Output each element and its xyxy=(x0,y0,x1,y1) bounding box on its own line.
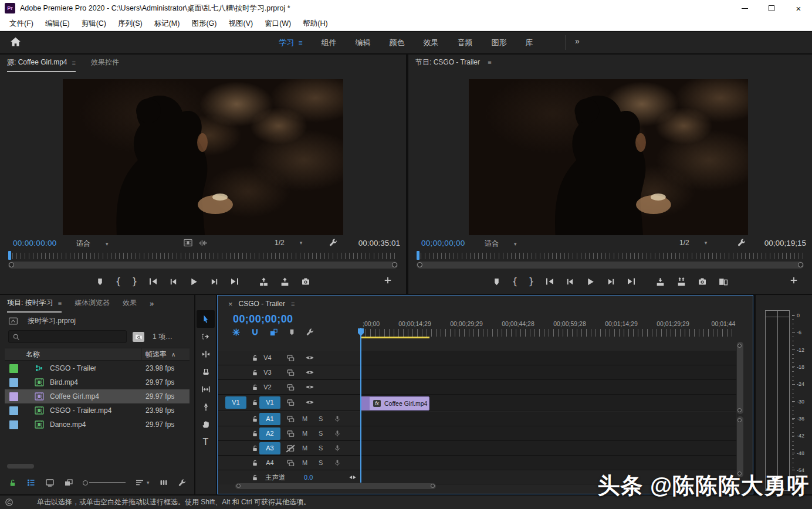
label-swatch[interactable] xyxy=(9,392,18,401)
mute-button[interactable]: M xyxy=(302,459,307,466)
label-swatch[interactable] xyxy=(9,420,18,429)
track-lane-v4[interactable] xyxy=(361,351,736,365)
lift-button[interactable] xyxy=(655,277,665,287)
project-horizontal-scrollbar[interactable] xyxy=(7,464,34,469)
program-resolution-select[interactable]: 1/2 ▾ xyxy=(679,239,707,247)
source-playhead[interactable] xyxy=(8,251,11,260)
toggle-track-output-eye-icon[interactable] xyxy=(305,368,314,377)
panel-menu-icon[interactable]: ≡ xyxy=(72,59,75,66)
automate-to-sequence-icon[interactable] xyxy=(159,478,168,487)
track-label[interactable]: V3 xyxy=(257,367,278,379)
workspace-tab-color[interactable]: 颜色 xyxy=(390,38,405,48)
track-target-a2[interactable]: A2 xyxy=(259,427,280,440)
track-target-a4[interactable]: A4 xyxy=(259,457,280,469)
audio-tracks-scrollbar[interactable] xyxy=(737,416,743,477)
timeline-timecode[interactable]: 00;00;00;00 xyxy=(233,313,293,325)
close-icon[interactable]: × xyxy=(228,300,233,308)
program-scrubber[interactable] xyxy=(417,253,804,268)
solo-button[interactable]: S xyxy=(319,459,323,466)
source-current-timecode[interactable]: 00:00:00:00 xyxy=(13,239,57,247)
track-header-master[interactable]: 主声道 0.0 xyxy=(218,470,361,484)
mute-button[interactable]: M xyxy=(302,430,307,437)
source-resolution-select[interactable]: 1/2 ▾ xyxy=(275,239,302,247)
track-header-v4[interactable]: V4 xyxy=(218,351,361,365)
menu-view[interactable]: 视图(V) xyxy=(222,19,259,29)
source-zoom-bar[interactable] xyxy=(8,262,398,269)
goto-out-button[interactable] xyxy=(230,277,239,286)
project-row-dance[interactable]: Dance.mp4 29.97 fps xyxy=(5,418,190,432)
mute-button[interactable]: M xyxy=(302,415,307,422)
scroll-handle[interactable] xyxy=(431,484,435,488)
clip-head-segment[interactable] xyxy=(361,397,370,410)
zoom-handle-right[interactable] xyxy=(392,262,397,267)
sort-options-icon[interactable]: ▾ xyxy=(135,478,150,487)
timeline-ruler[interactable] xyxy=(361,329,736,337)
sync-lock-icon[interactable] xyxy=(286,368,295,377)
menu-window[interactable]: 窗口(W) xyxy=(259,19,297,29)
workspace-tab-editing[interactable]: 编辑 xyxy=(356,38,371,48)
voiceover-mic-icon[interactable] xyxy=(333,429,341,437)
workspace-tab-effects[interactable]: 效果 xyxy=(424,38,439,48)
track-lane-v3[interactable] xyxy=(361,365,736,380)
tab-effect-controls[interactable]: 效果控件 xyxy=(91,57,119,72)
source-patch-v1[interactable]: V1 xyxy=(225,396,246,409)
tool-track-select-forward[interactable] xyxy=(195,328,216,345)
search-input[interactable] xyxy=(8,330,127,343)
column-name[interactable]: 名称 xyxy=(5,349,40,359)
scroll-handle[interactable] xyxy=(737,344,742,348)
project-row-bird[interactable]: Bird.mp4 29.97 fps xyxy=(5,375,190,389)
timeline-clip-coffee-girl[interactable]: fx Coffee Girl.mp4 xyxy=(361,396,429,410)
source-video-frame[interactable] xyxy=(63,79,343,235)
workspace-tab-graphics[interactable]: 图形 xyxy=(492,38,507,48)
workspace-tab-learning[interactable]: 学习 ≡ xyxy=(279,38,302,48)
tab-program[interactable]: 节目: CSGO - Trailer ≡ xyxy=(415,57,492,72)
master-level-value[interactable]: 0.0 xyxy=(304,474,313,481)
solo-button[interactable]: S xyxy=(319,444,323,452)
tab-project[interactable]: 项目: 按时学习 ≡ xyxy=(7,298,62,313)
project-row-coffee-girl[interactable]: Coffee Girl.mp4 29.97 fps xyxy=(5,389,190,403)
goto-in-button[interactable] xyxy=(148,277,158,286)
export-frame-button[interactable] xyxy=(698,277,707,286)
snap-magnet-icon[interactable] xyxy=(251,328,259,337)
mute-button[interactable]: M xyxy=(302,444,307,452)
voiceover-mic-icon[interactable] xyxy=(333,444,341,452)
tab-source-clip[interactable]: 源: Coffee Girl.mp4 ≡ xyxy=(7,57,76,72)
lock-icon[interactable] xyxy=(251,399,259,406)
zoom-slider[interactable] xyxy=(83,480,126,486)
sync-lock-icon[interactable] xyxy=(286,459,295,467)
lock-icon[interactable] xyxy=(251,415,259,423)
search-field[interactable] xyxy=(23,332,117,341)
track-lane-a3[interactable] xyxy=(361,441,736,456)
menu-sequence[interactable]: 序列(S) xyxy=(112,19,148,29)
zoom-handle-left[interactable] xyxy=(9,262,14,267)
track-target-a3[interactable]: A3 xyxy=(259,442,280,454)
fx-badge[interactable]: fx xyxy=(373,400,381,407)
track-header-a4[interactable]: A4 M S xyxy=(218,456,361,470)
track-lane-a4[interactable] xyxy=(361,456,736,470)
panel-menu-icon[interactable]: ≡ xyxy=(488,59,491,66)
program-zoom-select[interactable]: 适合 ▾ xyxy=(485,239,517,249)
workspace-tab-libraries[interactable]: 库 xyxy=(526,38,533,48)
track-lane-v2[interactable] xyxy=(361,380,736,395)
drag-audio-icon[interactable] xyxy=(198,239,207,247)
lock-icon[interactable] xyxy=(251,444,259,452)
program-video-frame[interactable] xyxy=(469,79,748,235)
new-item-icon[interactable] xyxy=(178,479,187,487)
zoom-handle-right[interactable] xyxy=(798,262,803,267)
tool-slip[interactable] xyxy=(195,381,216,398)
insert-button[interactable] xyxy=(259,277,269,287)
list-view-icon[interactable] xyxy=(26,478,36,487)
toggle-track-output-eye-icon[interactable] xyxy=(305,382,314,392)
extract-button[interactable] xyxy=(676,277,686,287)
track-header-v2[interactable]: V2 xyxy=(218,380,361,395)
button-editor-plus-icon[interactable] xyxy=(790,276,798,284)
project-writable-lock-icon[interactable] xyxy=(8,479,17,487)
pan-icon[interactable] xyxy=(349,473,357,481)
step-back-button[interactable] xyxy=(566,277,574,286)
step-forward-button[interactable] xyxy=(607,277,615,286)
toggle-track-output-eye-icon[interactable] xyxy=(305,353,314,362)
solo-button[interactable]: S xyxy=(319,415,323,422)
freeform-view-icon[interactable] xyxy=(64,478,73,487)
maximize-button[interactable] xyxy=(758,0,785,16)
program-current-timecode[interactable]: 00;00;00;00 xyxy=(421,239,465,247)
